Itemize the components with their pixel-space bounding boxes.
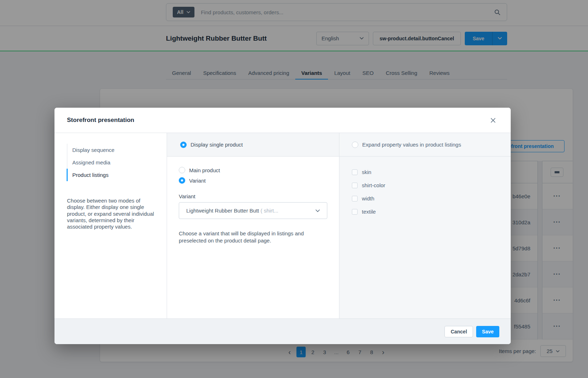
shopware-admin-app: All Lightweight Rubber Butter Butt Engli…	[0, 0, 588, 378]
property-checkbox[interactable]	[352, 209, 358, 215]
variant-select[interactable]: Lightweight Rubber Butter Butt ( shirt..…	[179, 202, 327, 219]
display-single-product-radio[interactable]	[180, 142, 187, 148]
property-checkbox[interactable]	[352, 183, 358, 188]
modal-footer: Cancel Save	[54, 318, 511, 344]
modal-nav-item[interactable]: Product listings	[67, 169, 155, 181]
modal-nav: Display sequence Assigned media Product …	[67, 144, 155, 181]
chevron-down-icon	[316, 209, 320, 212]
property-checkbox[interactable]	[352, 196, 358, 201]
property-label: width	[362, 195, 374, 201]
storefront-presentation-modal: Storefront presentation Display sequence…	[54, 108, 511, 344]
property-label: skin	[362, 169, 371, 175]
modal-title: Storefront presentation	[67, 117, 134, 124]
variant-select-value-suffix: ( shirt...	[260, 208, 278, 214]
expand-properties-column: Expand property values in product listin…	[339, 133, 511, 318]
modal-sidebar: Display sequence Assigned media Product …	[54, 133, 167, 318]
modal-close-button[interactable]	[489, 116, 497, 124]
property-checkbox[interactable]	[352, 169, 358, 175]
variant-field-label: Variant	[179, 193, 327, 199]
property-row: textile	[352, 209, 511, 215]
modal-cancel-button[interactable]: Cancel	[444, 326, 473, 337]
close-icon	[490, 118, 496, 123]
modal-save-button[interactable]: Save	[476, 326, 499, 337]
display-option-row: Main product	[179, 167, 327, 173]
radio-button[interactable]	[179, 167, 185, 173]
variant-help-text: Choose a variant that will be displayed …	[179, 230, 327, 244]
modal-body: Display sequence Assigned media Product …	[54, 133, 511, 318]
property-list: skin shirt-color width textile	[339, 157, 511, 222]
display-single-product-label: Display single product	[191, 142, 243, 148]
modal-header: Storefront presentation	[54, 108, 511, 133]
single-product-options: Main product Variant	[179, 167, 327, 184]
single-product-column: Display single product Main product Vari…	[167, 133, 339, 318]
property-row: width	[352, 195, 511, 201]
expand-property-values-radio[interactable]	[352, 142, 358, 148]
mode-description: Choose between two modes of display. Eit…	[67, 198, 157, 230]
property-label: textile	[362, 209, 376, 215]
modal-nav-item[interactable]: Assigned media	[67, 156, 155, 169]
property-row: skin	[352, 169, 511, 175]
radio-label: Main product	[189, 167, 220, 173]
property-label: shirt-color	[362, 182, 385, 188]
radio-button[interactable]	[179, 177, 185, 184]
expand-properties-header: Expand property values in product listin…	[339, 133, 511, 157]
property-row: shirt-color	[352, 182, 511, 188]
expand-property-values-label: Expand property values in product listin…	[362, 142, 461, 148]
display-option-row: Variant	[179, 177, 327, 184]
variant-select-value: Lightweight Rubber Butter Butt	[186, 208, 260, 214]
single-product-header: Display single product	[167, 133, 339, 157]
radio-label: Variant	[189, 178, 205, 184]
modal-nav-item[interactable]: Display sequence	[67, 144, 155, 156]
